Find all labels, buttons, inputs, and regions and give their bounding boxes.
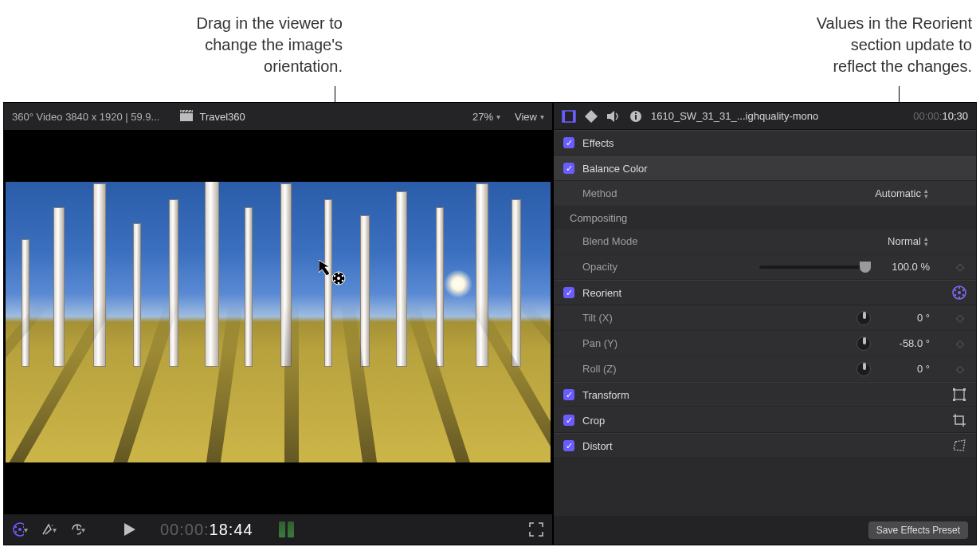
opacity-value[interactable]: 100.0 % — [879, 261, 930, 273]
clapperboard-icon — [180, 110, 193, 124]
audio-inspector-tab[interactable] — [606, 109, 621, 124]
tilt-value[interactable]: 0 ° — [879, 312, 930, 324]
pan-value[interactable]: -58.0 ° — [879, 337, 930, 349]
crop-checkbox[interactable]: ✓ — [563, 415, 574, 426]
svg-marker-47 — [954, 440, 965, 451]
svg-point-16 — [18, 528, 22, 531]
effects-title: Effects — [582, 137, 614, 149]
svg-point-39 — [962, 294, 964, 296]
reorient-drag-cursor — [319, 260, 347, 287]
svg-marker-30 — [607, 111, 614, 122]
chevron-down-icon: ▾ — [24, 525, 28, 534]
balance-color-checkbox[interactable]: ✓ — [563, 163, 574, 174]
play-button[interactable] — [122, 521, 138, 537]
svg-rect-33 — [635, 112, 637, 114]
method-popup[interactable]: Automatic ▴▾ — [875, 187, 928, 199]
info-inspector-tab[interactable] — [629, 109, 643, 124]
transform-checkbox[interactable]: ✓ — [563, 389, 574, 400]
blend-mode-popup[interactable]: Normal ▴▾ — [888, 235, 928, 247]
pan-dial[interactable] — [857, 336, 871, 351]
viewer-timecode[interactable]: 00:00:18:44 — [160, 521, 253, 539]
svg-rect-28 — [573, 111, 575, 122]
inspector-panel: 1610_SW_31_31_...ighquality-mono 00:00:1… — [554, 103, 976, 545]
crop-section-header[interactable]: ✓ Crop — [554, 407, 976, 433]
svg-point-10 — [342, 275, 344, 277]
distort-checkbox[interactable]: ✓ — [563, 440, 574, 451]
svg-point-37 — [962, 289, 964, 291]
viewer-clip-title: Travel360 — [199, 111, 245, 123]
viewer-image — [6, 182, 551, 462]
viewer-top-bar: 360° Video 3840 x 1920 | 59.9... Travel3… — [4, 103, 552, 130]
enhancements-menu[interactable]: ▾ — [41, 521, 57, 537]
save-effects-preset-button[interactable]: Save Effects Preset — [868, 521, 968, 539]
method-label: Method — [582, 187, 678, 199]
reorient-tool-menu[interactable]: ▾ — [12, 521, 28, 537]
annotation-right: Values in the Reorient section update to… — [637, 13, 972, 77]
retime-menu[interactable]: ▾ — [69, 521, 85, 537]
sun-highlight — [444, 270, 472, 298]
svg-point-9 — [334, 275, 336, 277]
chevron-down-icon: ▾ — [496, 112, 500, 121]
pan-row: Pan (Y) -58.0 ° ◇ — [554, 331, 976, 356]
svg-point-38 — [955, 294, 956, 296]
inspector-timecode: 00:00:10;30 — [913, 110, 968, 122]
reorient-section-header[interactable]: ✓ Reorient — [554, 280, 976, 305]
svg-rect-43 — [953, 388, 955, 391]
timecode-active: 18:44 — [210, 521, 253, 539]
roll-dial[interactable] — [857, 362, 871, 376]
transform-onscreen-control-button[interactable] — [952, 388, 966, 402]
svg-point-36 — [955, 289, 956, 291]
timecode-dim: 00:00: — [160, 521, 210, 539]
crop-onscreen-control-button[interactable] — [952, 413, 966, 427]
effects-section-header[interactable]: ✓ Effects — [554, 130, 976, 155]
keyframe-button[interactable]: ◇ — [954, 337, 966, 350]
svg-point-14 — [338, 282, 340, 285]
opacity-slider[interactable] — [759, 266, 871, 269]
reorient-checkbox[interactable]: ✓ — [563, 287, 574, 298]
audio-meter[interactable] — [279, 521, 294, 537]
distort-section-header[interactable]: ✓ Distort — [554, 433, 976, 458]
zoom-menu[interactable]: 27%▾ — [472, 111, 500, 123]
reorient-onscreen-control-button[interactable] — [952, 285, 966, 300]
svg-point-12 — [342, 280, 344, 282]
inspector-top-bar: 1610_SW_31_31_...ighquality-mono 00:00:1… — [554, 103, 976, 130]
distort-onscreen-control-button[interactable] — [952, 439, 966, 453]
distort-title: Distort — [582, 440, 613, 452]
video-inspector-tab[interactable] — [562, 109, 576, 124]
reorient-title: Reorient — [582, 287, 621, 299]
tilt-row: Tilt (X) 0 ° ◇ — [554, 305, 976, 331]
roll-value[interactable]: 0 ° — [879, 363, 930, 375]
svg-rect-42 — [955, 390, 964, 399]
svg-marker-29 — [585, 110, 598, 123]
tilt-dial[interactable] — [857, 311, 871, 325]
viewer-bottom-bar: ▾ ▾ ▾ 00:00:18:44 — [4, 514, 552, 545]
effects-checkbox[interactable]: ✓ — [563, 137, 574, 148]
blend-mode-value: Normal — [888, 235, 921, 247]
svg-marker-25 — [124, 523, 135, 536]
keyframe-button[interactable]: ◇ — [954, 312, 966, 325]
svg-point-40 — [958, 287, 960, 289]
viewer-panel: 360° Video 3840 x 1920 | 59.9... Travel3… — [4, 103, 554, 545]
transform-title: Transform — [582, 389, 629, 401]
svg-rect-44 — [963, 388, 966, 391]
keyframe-button[interactable]: ◇ — [954, 363, 966, 376]
tilt-label: Tilt (X) — [582, 312, 678, 324]
view-menu[interactable]: View▾ — [515, 111, 544, 123]
blend-mode-row: Blend Mode Normal ▴▾ — [554, 229, 976, 254]
keyframe-button[interactable]: ◇ — [954, 261, 966, 274]
view-label: View — [515, 111, 537, 123]
annotation-left: Drag in the viewer to change the image's… — [104, 13, 343, 77]
viewer-canvas[interactable] — [4, 130, 552, 514]
svg-point-8 — [337, 277, 340, 280]
svg-rect-27 — [563, 111, 565, 122]
transform-section-header[interactable]: ✓ Transform — [554, 382, 976, 407]
app-window: 360° Video 3840 x 1920 | 59.9... Travel3… — [3, 102, 977, 545]
svg-point-13 — [338, 273, 340, 275]
method-row: Method Automatic ▴▾ — [554, 181, 976, 207]
generator-inspector-tab[interactable] — [584, 109, 598, 124]
pan-label: Pan (Y) — [582, 337, 678, 349]
balance-color-header[interactable]: ✓ Balance Color — [554, 155, 976, 181]
fullscreen-button[interactable] — [528, 521, 544, 537]
opacity-label: Opacity — [582, 261, 678, 273]
roll-label: Roll (Z) — [582, 363, 678, 375]
